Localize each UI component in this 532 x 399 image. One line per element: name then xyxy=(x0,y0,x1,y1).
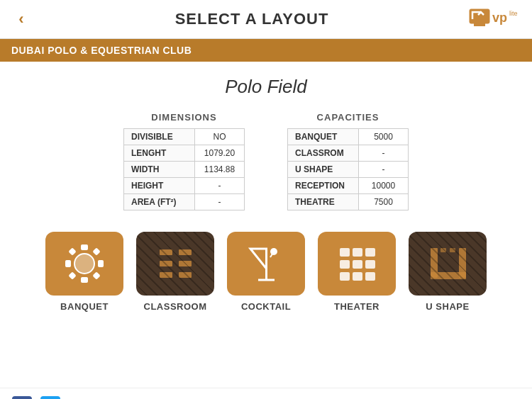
dim-label-2: WIDTH xyxy=(124,162,195,178)
svg-rect-5 xyxy=(81,245,88,250)
back-button[interactable]: ‹ xyxy=(0,0,43,38)
table-row: RECEPTION 10000 xyxy=(288,178,409,194)
svg-rect-8 xyxy=(98,260,104,267)
svg-marker-19 xyxy=(250,249,267,269)
svg-rect-33 xyxy=(431,248,438,278)
svg-rect-36 xyxy=(440,248,446,252)
table-row: AREA (FT²) - xyxy=(124,194,245,210)
table-row: LENGHT 1079.20 xyxy=(124,145,245,162)
table-row: HEIGHT - xyxy=(124,178,245,194)
svg-rect-25 xyxy=(353,248,362,257)
dimensions-block: DIMENSIONS DIVISIBLE NO LENGHT 1079.20 W… xyxy=(123,112,245,210)
dim-label-4: AREA (FT²) xyxy=(124,194,195,210)
svg-rect-34 xyxy=(459,248,466,278)
svg-rect-1 xyxy=(474,23,485,26)
sub-header: DUBAI POLO & EQUESTRIAN CLUB xyxy=(0,39,532,62)
svg-rect-30 xyxy=(340,272,350,281)
banquet-icon-box xyxy=(45,232,123,296)
layout-item-classroom[interactable]: CLASSROOM xyxy=(136,232,214,312)
table-row: DIVISIBLE NO xyxy=(124,129,245,145)
table-row: U SHAPE - xyxy=(288,162,409,178)
footer: f 🐦 xyxy=(0,388,532,399)
ushape-icon-box xyxy=(409,232,487,296)
table-row: WIDTH 1134.88 xyxy=(124,162,245,178)
svg-rect-28 xyxy=(353,260,362,269)
layout-item-ushape[interactable]: U SHAPE xyxy=(409,232,487,312)
facebook-button[interactable]: f xyxy=(11,395,33,399)
svg-rect-31 xyxy=(353,272,362,281)
svg-rect-13 xyxy=(160,249,172,255)
cap-label-0: BANQUET xyxy=(288,129,359,145)
main-content: Polo Field DIMENSIONS DIVISIBLE NO LENGH… xyxy=(0,62,532,388)
dim-label-3: HEIGHT xyxy=(124,178,195,194)
capacities-heading: CAPACITIES xyxy=(287,112,409,123)
dimensions-table: DIVISIBLE NO LENGHT 1079.20 WIDTH 1134.8… xyxy=(123,128,245,210)
cap-label-3: RECEPTION xyxy=(288,178,359,194)
table-row: CLASSROM - xyxy=(288,145,409,162)
table-row: BANQUET 5000 xyxy=(288,129,409,145)
svg-rect-15 xyxy=(160,261,172,266)
cap-label-4: THEATRE xyxy=(288,194,359,210)
theater-icon-box xyxy=(318,232,396,296)
capacities-block: CAPACITIES BANQUET 5000 CLASSROM - U SHA… xyxy=(287,112,409,210)
svg-rect-27 xyxy=(340,260,350,269)
classroom-label: CLASSROOM xyxy=(144,301,207,312)
svg-point-4 xyxy=(74,254,94,274)
logo-svg: vp lite xyxy=(468,6,518,32)
layout-item-theater[interactable]: THEATER xyxy=(318,232,396,312)
cap-value-3: 10000 xyxy=(359,178,409,194)
svg-rect-18 xyxy=(179,272,192,278)
svg-rect-26 xyxy=(365,248,375,257)
header-logo: vp lite xyxy=(461,6,532,32)
layouts-section: BANQUET CLASSROOM xyxy=(21,232,511,312)
cocktail-icon xyxy=(247,242,286,286)
theater-label: THEATER xyxy=(334,301,379,312)
tables-section: DIMENSIONS DIVISIBLE NO LENGHT 1079.20 W… xyxy=(21,112,511,210)
cap-value-4: 7500 xyxy=(359,194,409,210)
twitter-button[interactable]: 🐦 xyxy=(40,395,61,399)
dim-label-0: DIVISIBLE xyxy=(124,129,195,145)
svg-rect-24 xyxy=(340,248,350,257)
cap-value-2: - xyxy=(359,162,409,178)
header-title: SELECT A LAYOUT xyxy=(43,10,461,28)
svg-rect-11 xyxy=(68,271,76,279)
svg-rect-14 xyxy=(179,249,192,255)
svg-rect-37 xyxy=(450,248,455,252)
capacities-table: BANQUET 5000 CLASSROM - U SHAPE - RECEPT… xyxy=(287,128,409,210)
banquet-icon xyxy=(60,239,109,288)
layout-item-cocktail[interactable]: COCKTAIL xyxy=(227,232,305,312)
cocktail-icon-box xyxy=(227,232,305,296)
dimensions-heading: DIMENSIONS xyxy=(123,112,245,123)
back-icon: ‹ xyxy=(18,10,23,28)
layout-item-banquet[interactable]: BANQUET xyxy=(45,232,123,312)
svg-rect-16 xyxy=(179,261,192,266)
cap-value-1: - xyxy=(359,145,409,162)
svg-rect-10 xyxy=(92,247,100,255)
classroom-icon xyxy=(153,241,199,287)
cap-label-1: CLASSROM xyxy=(288,145,359,162)
club-name: DUBAI POLO & EQUESTRIAN CLUB xyxy=(11,45,192,56)
svg-text:lite: lite xyxy=(509,10,518,17)
svg-rect-38 xyxy=(12,396,32,399)
header: ‹ SELECT A LAYOUT vp lite xyxy=(0,0,532,39)
dim-value-4: - xyxy=(195,194,245,210)
svg-text:vp: vp xyxy=(492,11,507,25)
banquet-label: BANQUET xyxy=(60,301,109,312)
dim-value-2: 1134.88 xyxy=(195,162,245,178)
svg-rect-9 xyxy=(68,247,76,255)
ushape-label: U SHAPE xyxy=(426,301,469,312)
dim-value-1: 1079.20 xyxy=(195,145,245,162)
dim-value-3: - xyxy=(195,178,245,194)
dim-label-1: LENGHT xyxy=(124,145,195,162)
ushape-icon xyxy=(425,241,471,287)
twitter-icon: 🐦 xyxy=(40,396,60,399)
svg-rect-40 xyxy=(40,396,60,399)
venue-title: Polo Field xyxy=(21,76,511,98)
cocktail-label: COCKTAIL xyxy=(241,301,291,312)
svg-rect-7 xyxy=(65,260,71,267)
dim-value-0: NO xyxy=(195,129,245,145)
svg-rect-17 xyxy=(160,272,172,278)
cap-value-0: 5000 xyxy=(359,129,409,145)
facebook-icon: f xyxy=(12,396,32,399)
svg-rect-29 xyxy=(365,260,375,269)
